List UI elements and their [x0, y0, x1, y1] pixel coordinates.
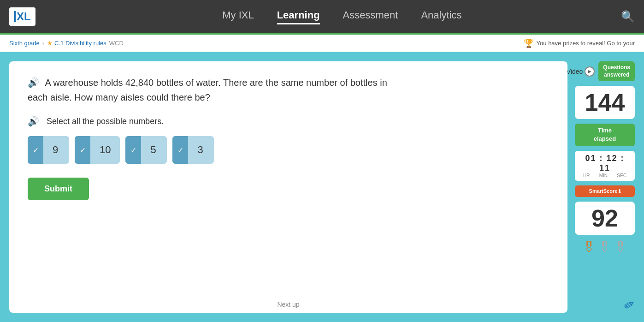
time-elapsed-box: Time elapsed: [575, 124, 635, 146]
timer-digits: 01 : 12 : 11: [579, 154, 631, 173]
star-icon: ★: [47, 40, 53, 47]
ribbons-row: 🎖 🎖 🎖: [575, 239, 635, 255]
smart-score-label: SmartScore: [589, 188, 618, 194]
nav-analytics[interactable]: Analytics: [421, 9, 461, 24]
choice-value-5: 5: [141, 144, 165, 156]
search-icon[interactable]: 🔍: [621, 10, 635, 23]
logo[interactable]: XL: [9, 7, 35, 26]
time-elapsed-label-2: elapsed: [594, 135, 616, 142]
nav-assessment[interactable]: Assessment: [343, 9, 398, 24]
video-button[interactable]: Video ▶: [567, 66, 595, 77]
timer-row: 01 : 12 : 11 HR MIN SEC: [575, 151, 635, 181]
timer-sec-label: SEC: [617, 173, 626, 178]
info-icon: ℹ: [619, 188, 620, 194]
smart-score-button[interactable]: SmartScore ℹ: [575, 185, 635, 197]
nav-learning[interactable]: Learning: [277, 9, 320, 24]
logo-bar-icon: [14, 11, 16, 22]
questions-answered-button[interactable]: Questions answered: [598, 61, 635, 81]
speaker-icon-2[interactable]: 🔊: [28, 116, 39, 127]
prize-notice: 🏆 You have prizes to reveal! Go to your: [524, 38, 635, 48]
choice-value-3: 3: [188, 144, 212, 156]
questions-answered-line2: answered: [604, 72, 629, 78]
breadcrumb-separator: ›: [42, 40, 44, 47]
navbar: XL My IXL Learning Assessment Analytics …: [0, 0, 644, 35]
choice-value-10: 10: [90, 144, 120, 156]
smart-score-value-box: 92: [575, 202, 635, 235]
check-icon-9: ✓: [28, 136, 43, 164]
prize-text[interactable]: You have prizes to reveal! Go to your: [537, 40, 635, 47]
right-panel: Video ▶ Questions answered 144 Time elap…: [575, 61, 635, 313]
choice-9[interactable]: ✓ 9: [28, 136, 69, 164]
check-icon-5: ✓: [125, 136, 141, 164]
logo-text: XL: [17, 10, 31, 23]
question-text: 🔊 A warehouse holds 42,840 bottles of wa…: [28, 75, 549, 105]
choice-value-9: 9: [43, 144, 67, 156]
question-card: 🔊 A warehouse holds 42,840 bottles of wa…: [9, 61, 567, 313]
questions-answered-line1: Questions: [603, 64, 630, 71]
breadcrumb-skill-id: WCD: [109, 40, 124, 47]
score-box: 144: [575, 86, 635, 119]
choice-5[interactable]: ✓ 5: [125, 136, 167, 164]
main-area: 🔊 A warehouse holds 42,840 bottles of wa…: [0, 52, 644, 322]
ribbon-silver-2: 🎖: [614, 239, 627, 255]
ribbon-bronze: 🎖: [582, 239, 596, 255]
pencil-area: ✏: [575, 298, 635, 313]
nav-links: My IXL Learning Assessment Analytics: [63, 9, 621, 24]
score-number: 144: [578, 90, 632, 114]
video-label: Video: [567, 68, 583, 75]
video-play-icon: ▶: [585, 66, 595, 77]
time-elapsed-label-1: Time: [598, 127, 612, 134]
breadcrumb-grade[interactable]: Sixth grade: [9, 40, 40, 47]
trophy-icon: 🏆: [524, 38, 534, 48]
choices-container: ✓ 9 ✓ 10 ✓ 5 ✓ 3: [28, 136, 549, 164]
next-tip: Next up: [277, 301, 299, 308]
nav-my-ixl[interactable]: My IXL: [222, 9, 254, 24]
timer-labels: HR MIN SEC: [579, 173, 631, 178]
top-right-row: Video ▶ Questions answered: [575, 61, 635, 81]
speaker-icon[interactable]: 🔊: [28, 78, 39, 88]
question-text-part1: A warehouse holds 42,840 bottles of wate…: [45, 78, 387, 88]
check-icon-3: ✓: [172, 136, 188, 164]
submit-button[interactable]: Submit: [28, 178, 89, 200]
select-label-text: Select all the possible numbers.: [47, 117, 164, 126]
choice-3[interactable]: ✓ 3: [172, 136, 214, 164]
check-icon-10: ✓: [75, 136, 90, 164]
breadcrumb: Sixth grade › ★ C.1 Divisibility rules W…: [0, 35, 644, 52]
smart-score-number: 92: [578, 206, 632, 230]
breadcrumb-skill[interactable]: C.1 Divisibility rules: [54, 40, 106, 47]
choice-10[interactable]: ✓ 10: [75, 136, 120, 164]
timer-hr-label: HR: [583, 173, 590, 178]
question-text-part2: each aisle. How many aisles could there …: [28, 92, 210, 102]
select-instruction: 🔊 Select all the possible numbers.: [28, 116, 549, 127]
pencil-icon[interactable]: ✏: [621, 296, 638, 314]
ribbon-silver-1: 🎖: [598, 239, 612, 255]
timer-min-label: MIN: [599, 173, 608, 178]
